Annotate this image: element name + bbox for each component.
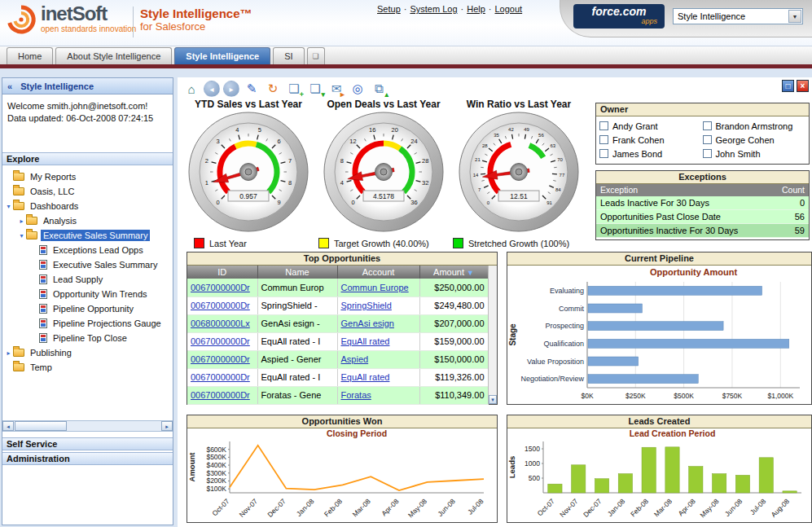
tree-item-lead-supply[interactable]: Lead Supply xyxy=(2,272,173,287)
tree-item-pipeline-projections-gauge[interactable]: Pipeline Projections Gauge xyxy=(2,316,173,331)
exception-row-leads-inactive-for-30-days[interactable]: Leads Inactive For 30 Days0 xyxy=(596,196,809,210)
tree-item-dashboards[interactable]: ▾Dashboards xyxy=(2,199,173,213)
scroll-down-icon[interactable]: ▾ xyxy=(489,395,497,404)
scroll-right-icon[interactable]: ▸ xyxy=(161,421,173,431)
svg-text:Opportunity Amount: Opportunity Amount xyxy=(650,267,737,277)
nav-link-setup[interactable]: Setup xyxy=(377,4,401,14)
opportunity-id-link[interactable]: 0067000000Dr xyxy=(191,283,250,292)
opportunity-id-link[interactable]: 0068000000Lx xyxy=(191,318,250,328)
tab-style-intelligence[interactable]: Style Intelligence xyxy=(174,47,270,64)
owner-checkbox-frank-cohen[interactable]: Frank Cohen xyxy=(599,133,703,147)
table-scrollbar[interactable]: ▾ xyxy=(488,266,497,404)
refresh-icon[interactable]: ↻ xyxy=(264,80,282,98)
account-link[interactable]: Foratas xyxy=(341,390,371,400)
app-selector[interactable]: Style Intelligence ▼ xyxy=(673,8,803,24)
opportunity-id-link[interactable]: 0067000000Dr xyxy=(191,372,250,382)
checkbox-icon[interactable] xyxy=(703,135,712,144)
snapshot-icon[interactable]: ◎ xyxy=(349,80,366,98)
nav-link-logout[interactable]: Logout xyxy=(494,4,522,14)
legend-color-swatch xyxy=(453,238,463,248)
column-header-name[interactable]: Name xyxy=(257,266,337,279)
column-header-amount[interactable]: Amount▼ xyxy=(419,266,488,279)
edit-icon[interactable]: ✎ xyxy=(243,80,261,98)
tree-item-executive-sales-summary[interactable]: Executive Sales Summary xyxy=(2,257,173,272)
tab-about-style-intelligence[interactable]: About Style Intelligence xyxy=(55,47,172,64)
owner-checkbox-andy-grant[interactable]: Andy Grant xyxy=(599,119,703,133)
owner-checkbox-john-smith[interactable]: John Smith xyxy=(703,147,806,160)
svg-text:Negotiation/Review: Negotiation/Review xyxy=(520,375,584,383)
account-link[interactable]: SpringShield xyxy=(341,301,392,310)
opportunity-name-cell: EquAll rated - I xyxy=(257,332,337,350)
checkbox-icon[interactable] xyxy=(599,135,608,144)
app-selector-arrow-icon[interactable]: ▼ xyxy=(788,10,801,23)
tree-item-my-reports[interactable]: My Reports xyxy=(2,169,173,184)
checkbox-icon[interactable] xyxy=(703,149,712,158)
collapse-arrow-icon[interactable]: ▾ xyxy=(17,232,26,239)
tree-item-exceptions-lead-opps[interactable]: Exceptions Lead Opps xyxy=(2,243,173,257)
checkbox-icon[interactable] xyxy=(703,121,712,130)
tab-home[interactable]: Home xyxy=(7,47,53,64)
back-icon[interactable]: ◂ xyxy=(204,81,220,97)
tree-item-temp[interactable]: Temp xyxy=(2,360,173,375)
home-icon[interactable]: ⌂ xyxy=(182,80,200,98)
svg-text:12: 12 xyxy=(349,138,356,145)
collapse-arrow-icon[interactable]: ▾ xyxy=(4,203,13,210)
tab-si[interactable]: SI xyxy=(273,47,304,64)
tree-item-opportunity-win-trends[interactable]: Opportunity Win Trends xyxy=(2,287,173,301)
report-icon xyxy=(39,318,47,328)
sidebar-collapse-button[interactable]: « xyxy=(7,81,12,91)
opportunity-id-link[interactable]: 0067000000Dr xyxy=(191,336,250,346)
tab-stub[interactable]: ❏ xyxy=(307,47,325,64)
export-download-icon[interactable]: ❏▾ xyxy=(306,80,324,98)
current-pipeline-title: Current Pipeline xyxy=(507,253,811,266)
maximize-button[interactable]: □ xyxy=(782,80,794,92)
email-icon[interactable]: ✉► xyxy=(327,80,345,98)
expand-arrow-icon[interactable]: ▸ xyxy=(17,217,26,225)
checkbox-icon[interactable] xyxy=(599,149,608,158)
checkbox-icon[interactable] xyxy=(599,121,608,130)
tree-item-executive-sales-summary[interactable]: ▾Executive Sales Summary xyxy=(2,228,173,243)
close-button[interactable]: × xyxy=(797,80,809,92)
import-icon[interactable]: ⧉▴ xyxy=(370,80,388,98)
opportunity-id-link[interactable]: 0067000000Dr xyxy=(191,390,250,400)
sidebar-horizontal-scrollbar[interactable]: ◂ ▸ xyxy=(2,420,173,432)
opportunity-id-link[interactable]: 0067000000Dr xyxy=(191,301,250,310)
sort-descending-icon[interactable]: ▼ xyxy=(467,269,474,277)
explore-header[interactable]: Explore xyxy=(2,152,173,165)
opportunity-row: 0067000000DrEquAll rated - IEquAll rated… xyxy=(187,332,488,350)
scroll-thumb[interactable] xyxy=(15,421,67,431)
tree-item-pipeline-opportunity[interactable]: Pipeline Opportunity xyxy=(2,301,173,316)
column-header-account[interactable]: Account xyxy=(337,266,419,279)
sidebar-section-administration[interactable]: Administration xyxy=(2,452,173,465)
account-link[interactable]: GenAsi esign xyxy=(341,318,394,328)
account-link[interactable]: EquAll rated xyxy=(341,336,390,346)
tree-item-oasis-llc[interactable]: Oasis, LLC xyxy=(2,184,173,199)
opportunity-id-link[interactable]: 0067000000Dr xyxy=(191,354,250,364)
nav-link-help[interactable]: Help xyxy=(467,4,485,14)
export-add-icon[interactable]: ❏+ xyxy=(285,80,303,98)
expand-arrow-icon[interactable]: ▸ xyxy=(4,349,13,357)
svg-text:24: 24 xyxy=(410,138,417,145)
column-header-id[interactable]: ID xyxy=(187,266,257,279)
account-link[interactable]: EquAll rated xyxy=(341,372,390,382)
exception-row-opportunities-inactive-for-30-days[interactable]: Opportunities Inactive For 30 Days59 xyxy=(596,224,809,238)
svg-text:Jun-08: Jun-08 xyxy=(436,497,457,518)
nav-link-system-log[interactable]: System Log xyxy=(410,4,457,14)
owner-checkbox-brandon-armstrong[interactable]: Brandon Armstrong xyxy=(703,119,806,133)
exception-row-opportunities-past-close-date[interactable]: Opportunities Past Close Date56 xyxy=(596,210,809,224)
owner-checkbox-james-bond[interactable]: James Bond xyxy=(599,147,703,160)
scroll-left-icon[interactable]: ◂ xyxy=(2,421,14,431)
scroll-track[interactable] xyxy=(14,421,161,431)
tree-item-analysis[interactable]: ▸Analysis xyxy=(2,213,173,228)
owner-checkbox-george-cohen[interactable]: George Cohen xyxy=(703,133,806,147)
nav-separator: · xyxy=(461,4,464,14)
sidebar-section-self-service[interactable]: Self Service xyxy=(2,437,173,450)
account-link[interactable]: Aspied xyxy=(341,354,369,364)
amount-cell: $110,349.00 xyxy=(419,386,488,404)
account-link[interactable]: Commun Europe xyxy=(341,283,409,292)
folder-icon xyxy=(13,202,24,210)
forward-icon[interactable]: ▸ xyxy=(223,81,239,97)
welcome-text: Welcome smith.john@inetsoft.com! xyxy=(2,94,173,112)
tree-item-publishing[interactable]: ▸Publishing xyxy=(2,345,173,360)
tree-item-pipeline-top-close[interactable]: Pipeline Top Close xyxy=(2,331,173,345)
